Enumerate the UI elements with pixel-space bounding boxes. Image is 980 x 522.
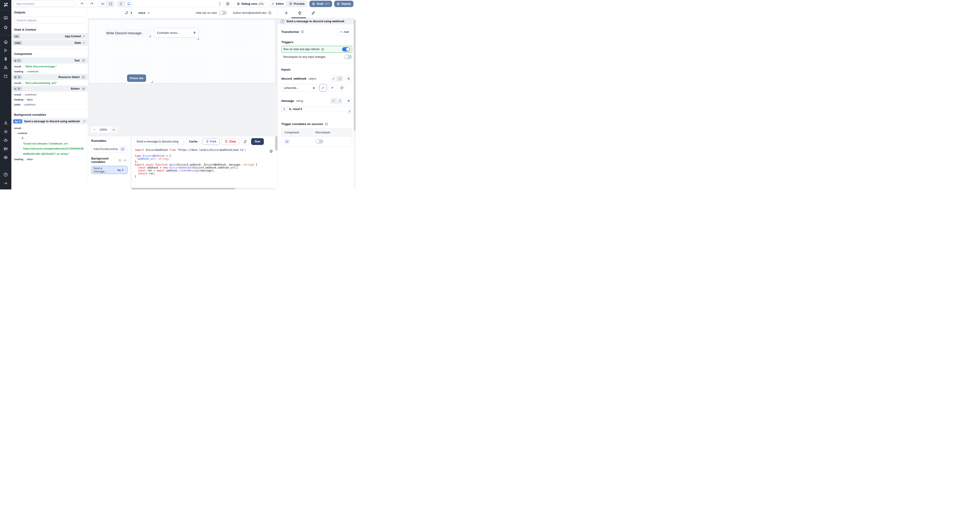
favorites-icon[interactable] [0,24,11,31]
add-transformer-button[interactable]: +Add [337,28,352,35]
cache-button[interactable]: Cache [186,138,201,145]
tab-preview[interactable]: Preview [286,1,307,6]
collapse-arrow-icon[interactable] [0,180,11,187]
collapse-chevron-up-icon[interactable] [81,59,86,63]
runs-icon[interactable] [0,46,11,54]
eval-mode-f-icon[interactable]: f [337,76,343,81]
hide-bar-toggle[interactable] [219,11,227,15]
component-a-type: Text [74,59,80,62]
mobile-view-button[interactable] [117,1,125,6]
tab-editor[interactable]: Editor [269,1,286,6]
workspace-icon[interactable] [0,14,11,22]
docs-book-button[interactable] [224,1,232,7]
inspector-scrollbar[interactable] [354,18,356,189]
message-expression-editor[interactable]: 1 b.result [281,106,352,112]
expand-editor-icon[interactable] [347,109,352,114]
eval-mode-f-icon[interactable]: f [337,98,343,103]
resources-icon[interactable] [0,64,11,72]
fullscreen-layout-button[interactable] [107,1,115,6]
tab-insert-plus-icon[interactable] [284,11,288,15]
info-icon [119,159,121,162]
folders-icon[interactable] [0,145,11,153]
fork-button[interactable]: Fork [202,138,220,145]
debug-runs-button[interactable]: Debug runs (23) [234,1,266,7]
run-on-start-toggle[interactable] [342,47,350,51]
component-row-c[interactable]: c Button [11,86,88,92]
create-resource-plus-button[interactable]: + [328,84,336,92]
function-icon: f [281,19,284,23]
code-editor[interactable]: import discordwebhook from "https://deno… [132,146,277,189]
draft-button[interactable]: Draft ⌘S [309,1,332,7]
resource-select-component[interactable]: Example resou... × [154,28,199,37]
workers-robot-icon[interactable] [0,136,11,144]
edit-pencil-icon[interactable] [83,120,86,123]
app-summary-input[interactable] [14,1,75,7]
more-menu-icon[interactable] [218,2,222,6]
schedule-dropdown[interactable]: once [138,11,150,14]
text-component[interactable]: Write Discord message: [106,29,151,37]
variables-icon[interactable]: $ [0,55,11,63]
clear-resource-icon[interactable]: × [313,86,315,90]
desktop-view-button[interactable] [125,1,133,6]
connect-plug-icon[interactable] [345,75,352,82]
recompute-c-toggle[interactable] [315,139,323,143]
runnables-title: Runnables [91,139,127,142]
triggers-title: Triggers [281,40,352,44]
windmill-logo-icon[interactable] [0,1,11,9]
resource-picker-input[interactable]: u/henri/te... × [281,84,318,92]
info-icon[interactable] [321,48,324,51]
app-page[interactable]: Write Discord message: Example resou... … [89,19,275,83]
run-button[interactable]: Run [251,138,264,145]
zoom-in-button[interactable]: + [111,127,116,132]
tab-settings-components-icon[interactable] [298,11,302,15]
recompute-toggle[interactable] [344,55,352,59]
script-name-input[interactable] [134,138,184,145]
copy-code-icon[interactable] [269,150,273,153]
user-icon[interactable] [0,119,11,127]
undo-button[interactable] [78,1,87,7]
collapse-chevron-up-icon[interactable] [81,75,86,79]
connect-plug-icon[interactable] [345,97,352,104]
static-mode-pencil-icon[interactable] [331,98,336,103]
button-component[interactable]: Press me [127,73,153,83]
clear-button[interactable]: Clear [221,138,239,145]
bg0-row[interactable]: bg_0 Send a message to discord using web… [11,118,88,125]
schedules-icon[interactable] [0,72,11,80]
bg-runnable-item-selected[interactable]: Send a message... bg_0 [91,166,127,174]
settings-gear-icon[interactable] [0,128,11,135]
static-mode-pencil-icon[interactable] [331,76,336,81]
add-bg-runnable-button[interactable]: + [122,158,127,163]
info-icon[interactable] [301,30,304,33]
editor-vertical-scrollbar[interactable] [275,136,277,150]
deploy-button[interactable]: Deploy [334,1,353,7]
redo-button[interactable] [87,1,96,7]
collapse-chevron-up-icon[interactable] [81,87,86,91]
edit-resource-pencil-button[interactable] [319,84,327,92]
topbar-right-group: Debug runs (23) Editor Preview Draft ⌘S [218,0,353,7]
search-outputs-input[interactable] [14,17,85,24]
component-row-a[interactable]: a Text [11,57,88,64]
refresh-resources-button[interactable] [338,84,345,92]
center-layout-button[interactable] [99,1,107,6]
help-icon[interactable] [0,171,11,178]
zoom-out-button[interactable]: − [94,128,95,131]
info-icon[interactable] [268,11,272,14]
component-row-b[interactable]: b Resource Select [11,74,88,81]
resize-handle[interactable] [149,35,151,37]
message-input-header: message string f [281,97,352,104]
press-me-button[interactable]: Press me [127,75,146,82]
info-icon[interactable] [325,123,328,126]
tab-theme-brush-icon[interactable] [311,11,315,15]
audit-eye-icon[interactable] [0,154,11,161]
output-row-state[interactable]: state State [11,40,88,46]
editor-horizontal-scrollbar[interactable] [132,188,275,189]
home-icon[interactable] [0,38,11,46]
resize-handle[interactable] [197,38,199,40]
clear-selection-icon[interactable]: × [194,30,196,35]
output-row-ctx[interactable]: ctx App Context [11,33,88,40]
resize-handle[interactable] [151,81,153,83]
refresh-count-button[interactable]: 1 [122,10,135,16]
app-canvas[interactable]: Write Discord message: Example resou... … [88,18,277,136]
reload-script-button[interactable] [241,138,249,145]
runnable-item[interactable]: hub/1511/discord/se... c [91,145,127,153]
